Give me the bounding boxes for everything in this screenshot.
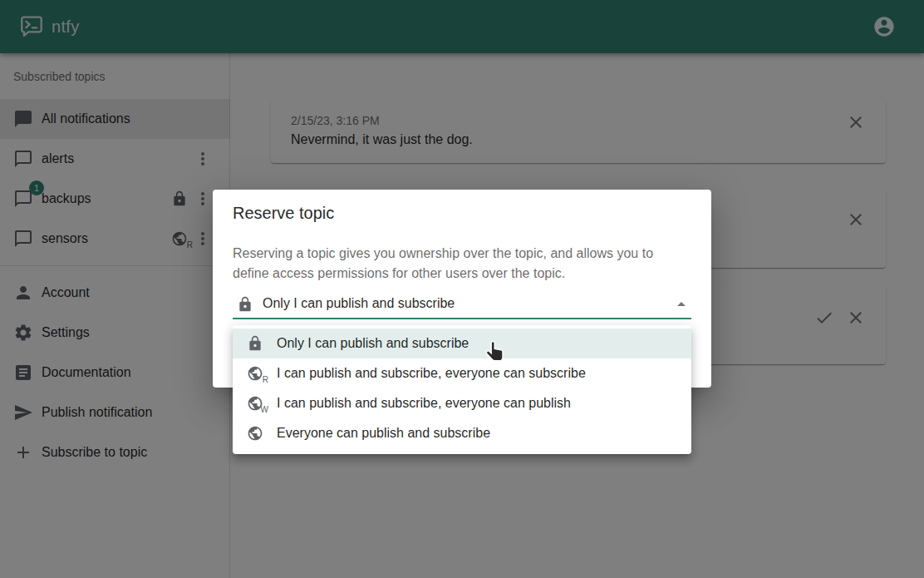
ntfy-app: ntfy Subscribed topics All notifications… <box>0 0 924 578</box>
lock-icon <box>237 296 253 313</box>
arrow-drop-up-icon <box>671 294 691 314</box>
option-everyone-can-subscribe[interactable]: R I can publish and subscribe, everyone … <box>233 358 691 388</box>
dialog-title: Reserve topic <box>233 204 334 223</box>
option-everyone[interactable]: Everyone can publish and subscribe <box>233 418 691 448</box>
option-label: Everyone can publish and subscribe <box>277 426 490 441</box>
select-value: Only I can publish and subscribe <box>263 296 455 311</box>
option-only-me[interactable]: Only I can publish and subscribe <box>233 329 691 358</box>
option-label: I can publish and subscribe, everyone ca… <box>277 396 571 411</box>
globe-read-icon: R <box>247 365 277 382</box>
access-permission-menu: Only I can publish and subscribe R I can… <box>233 325 691 454</box>
access-permission-select[interactable]: Only I can publish and subscribe <box>233 291 691 319</box>
option-everyone-can-publish[interactable]: W I can publish and subscribe, everyone … <box>233 388 691 418</box>
dialog-description: Reserving a topic gives you ownership ov… <box>233 244 661 284</box>
option-label: Only I can publish and subscribe <box>277 336 469 351</box>
globe-icon <box>247 425 277 442</box>
globe-write-icon: W <box>247 395 277 412</box>
lock-icon <box>247 335 277 352</box>
option-label: I can publish and subscribe, everyone ca… <box>277 366 586 381</box>
